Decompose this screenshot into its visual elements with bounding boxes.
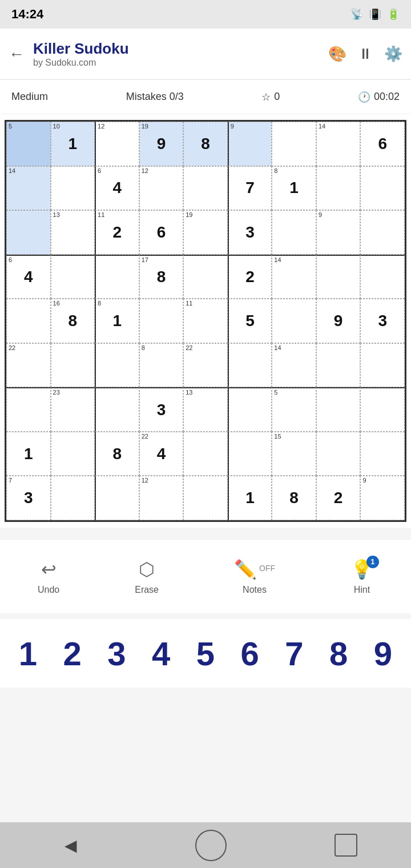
cell-r8c4[interactable]: 224 [139,432,184,476]
hint-button[interactable]: 💡 1 Hint [350,558,373,595]
cell-r6c4[interactable]: 8 [139,343,184,388]
nav-square-button[interactable] [335,834,357,857]
numpad-2[interactable]: 2 [53,634,92,673]
cell-r7c7[interactable]: 5 [272,387,316,432]
numpad-3[interactable]: 3 [97,634,136,673]
cell-r8c2[interactable] [51,432,95,476]
cell-r7c9[interactable] [360,387,405,432]
cell-r2c9[interactable] [360,166,405,211]
numpad-6[interactable]: 6 [231,634,269,673]
cell-r4c1[interactable]: 64 [6,255,51,299]
cell-r9c5[interactable] [183,476,228,520]
cell-r9c2[interactable] [51,476,95,520]
cell-r1c9[interactable]: 6 [360,122,405,166]
cell-r2c8[interactable] [316,166,361,211]
cell-r2c2[interactable] [51,166,95,211]
notes-button[interactable]: ✏️ OFF Notes [234,558,275,595]
cell-r9c9[interactable]: 9 [360,476,405,520]
cell-r7c2[interactable]: 23 [51,387,95,432]
cell-r4c7[interactable]: 14 [272,255,316,299]
cell-r1c2[interactable]: 101 [51,122,95,166]
cell-r3c7[interactable] [272,210,316,255]
numpad-5[interactable]: 5 [186,634,225,673]
cell-r9c3[interactable] [95,476,139,520]
cell-r2c4[interactable]: 12 [139,166,184,211]
cell-r5c9[interactable]: 3 [360,299,405,343]
cell-r3c5[interactable]: 19 [183,210,228,255]
cell-r8c8[interactable] [316,432,361,476]
cell-r6c3[interactable] [95,343,139,388]
cell-r7c5[interactable]: 13 [183,387,228,432]
cell-r6c1[interactable]: 22 [6,343,51,388]
cell-r9c6[interactable]: 1 [228,476,272,520]
cell-r7c3[interactable] [95,387,139,432]
cell-r3c4[interactable]: 6 [139,210,184,255]
cell-r4c3[interactable] [95,255,139,299]
cell-r5c1[interactable] [6,299,51,343]
cell-r6c2[interactable] [51,343,95,388]
cell-r6c8[interactable] [316,343,361,388]
cell-r2c7[interactable]: 81 [272,166,316,211]
cell-r3c6[interactable]: 3 [228,210,272,255]
cell-r8c1[interactable]: 1 [6,432,51,476]
palette-icon[interactable]: 🎨 [328,45,346,63]
cell-r5c6[interactable]: 5 [228,299,272,343]
cell-r1c1[interactable]: 5 [6,122,51,166]
undo-button[interactable]: ↩ Undo [38,558,59,595]
cell-r5c2[interactable]: 168 [51,299,95,343]
cell-r2c6[interactable]: 7 [228,166,272,211]
cell-r9c4[interactable]: 12 [139,476,184,520]
nav-back-button[interactable]: ◀ [54,828,88,862]
cell-r7c6[interactable] [228,387,272,432]
cell-r9c7[interactable]: 8 [272,476,316,520]
cell-r3c2[interactable]: 13 [51,210,95,255]
cell-r6c6[interactable] [228,343,272,388]
cell-r5c7[interactable] [272,299,316,343]
cell-r4c5[interactable] [183,255,228,299]
cell-r1c8[interactable]: 14 [316,122,361,166]
sudoku-grid[interactable]: 5101121998914614641278113112619396417821… [5,120,406,522]
cell-r8c5[interactable] [183,432,228,476]
cell-r1c4[interactable]: 199 [139,122,184,166]
numpad-9[interactable]: 9 [364,634,402,673]
cell-r4c6[interactable]: 2 [228,255,272,299]
cell-r8c9[interactable] [360,432,405,476]
cell-r4c9[interactable] [360,255,405,299]
cell-r1c6[interactable]: 9 [228,122,272,166]
cell-r7c1[interactable] [6,387,51,432]
cell-r4c2[interactable] [51,255,95,299]
cell-r2c5[interactable] [183,166,228,211]
cell-r5c4[interactable] [139,299,184,343]
erase-button[interactable]: ⬡ Erase [135,558,159,595]
cell-r7c4[interactable]: 3 [139,387,184,432]
cell-r1c3[interactable]: 12 [95,122,139,166]
numpad-8[interactable]: 8 [319,634,358,673]
cell-r8c3[interactable]: 8 [95,432,139,476]
settings-icon[interactable]: ⚙️ [384,45,402,63]
cell-r6c9[interactable] [360,343,405,388]
pause-icon[interactable]: ⏸ [358,45,373,63]
back-button[interactable]: ← [9,45,25,63]
cell-r2c3[interactable]: 64 [95,166,139,211]
cell-r6c5[interactable]: 22 [183,343,228,388]
nav-home-button[interactable] [195,830,227,861]
numpad-1[interactable]: 1 [9,634,47,673]
cell-r5c3[interactable]: 81 [95,299,139,343]
numpad-4[interactable]: 4 [142,634,180,673]
cell-r3c1[interactable] [6,210,51,255]
cell-r7c8[interactable] [316,387,361,432]
cell-r1c7[interactable] [272,122,316,166]
cell-r5c8[interactable]: 9 [316,299,361,343]
cell-r4c4[interactable]: 178 [139,255,184,299]
cell-r8c7[interactable]: 15 [272,432,316,476]
cell-r3c3[interactable]: 112 [95,210,139,255]
cell-r5c5[interactable]: 11 [183,299,228,343]
cell-r3c9[interactable] [360,210,405,255]
cell-r9c8[interactable]: 2 [316,476,361,520]
cell-r9c1[interactable]: 73 [6,476,51,520]
cell-r2c1[interactable]: 14 [6,166,51,211]
cell-r4c8[interactable] [316,255,361,299]
cell-r8c6[interactable] [228,432,272,476]
numpad-7[interactable]: 7 [275,634,313,673]
cell-r6c7[interactable]: 14 [272,343,316,388]
